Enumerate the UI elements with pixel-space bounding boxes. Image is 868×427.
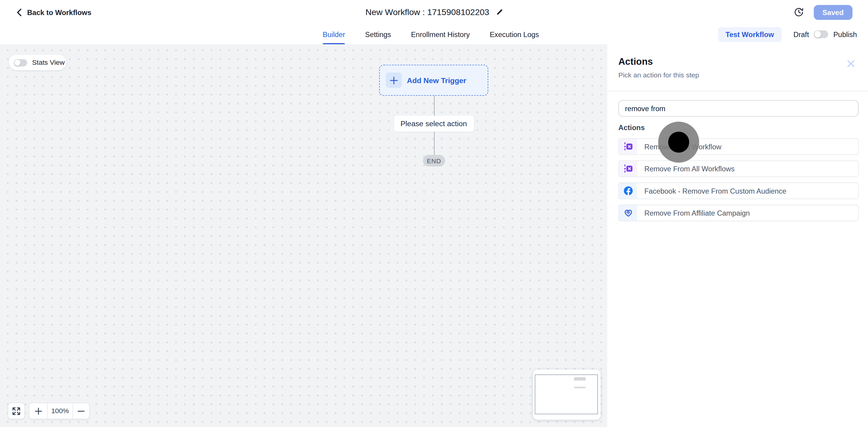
action-item-label: Remove From All Workflows xyxy=(644,161,735,176)
actions-section-label: Actions xyxy=(618,124,645,132)
app-header: Back to Workflows New Workflow : 1715908… xyxy=(0,0,868,25)
save-button[interactable]: Saved xyxy=(813,5,852,20)
actions-panel-header: Actions Pick an action for this step xyxy=(607,44,868,91)
stats-view-toggle[interactable] xyxy=(14,59,27,66)
action-item-label: Remove From Affiliate Campaign xyxy=(644,205,750,221)
publish-toggle-knob xyxy=(814,31,821,38)
action-item-remove-from-workflow[interactable]: Remove From Workflow xyxy=(618,138,859,155)
action-item-facebook-remove-custom-audience[interactable]: Facebook - Remove From Custom Audience xyxy=(618,183,859,199)
fit-to-screen-button[interactable] xyxy=(8,403,25,419)
minimap-viewport xyxy=(535,374,598,414)
test-workflow-button[interactable]: Test Workflow xyxy=(718,27,781,42)
panel-title: Actions xyxy=(618,56,857,67)
tab-execution-logs[interactable]: Execution Logs xyxy=(490,24,539,44)
edit-pencil-icon[interactable] xyxy=(496,9,502,15)
canvas-zoom-controls: 100% xyxy=(8,403,90,419)
tab-builder[interactable]: Builder xyxy=(323,24,345,44)
affiliate-heart-handshake-icon xyxy=(619,205,637,221)
zoom-in-button[interactable] xyxy=(29,403,47,419)
zoom-level-value: 100% xyxy=(47,403,73,419)
minimap-trigger-node xyxy=(574,377,586,381)
version-history-icon[interactable] xyxy=(794,7,804,17)
expand-arrows-icon xyxy=(12,407,21,415)
publish-label: Publish xyxy=(833,30,857,38)
tab-enrollment-history[interactable]: Enrollment History xyxy=(411,24,470,44)
draft-label: Draft xyxy=(793,30,809,38)
close-icon[interactable] xyxy=(847,60,855,67)
stats-view-toggle-pill: Stats View xyxy=(9,55,66,70)
please-select-action-node[interactable]: Please select action xyxy=(394,116,474,132)
action-item-remove-from-all-workflows[interactable]: Remove From All Workflows xyxy=(618,161,859,177)
minimap[interactable] xyxy=(533,369,601,420)
action-search-input[interactable] xyxy=(618,100,859,117)
actions-panel: Actions Pick an action for this step Act… xyxy=(607,44,868,427)
workflow-remove-icon xyxy=(619,161,637,176)
action-list: Remove From Workflow Remove From All Wor… xyxy=(618,138,859,227)
workflow-tabbar: Builder Settings Enrollment History Exec… xyxy=(0,24,868,45)
end-node: END xyxy=(423,155,445,167)
stats-view-label: Stats View xyxy=(32,59,65,67)
workflow-title-group: New Workflow : 1715908102203 xyxy=(365,0,502,24)
add-new-trigger-label: Add New Trigger xyxy=(407,76,466,85)
action-item-label: Remove From Workflow xyxy=(644,139,721,154)
tabbar-right-group: Test Workflow Draft Publish xyxy=(718,24,857,44)
panel-subtitle: Pick an action for this step xyxy=(618,71,857,79)
workflow-canvas[interactable]: Stats View Add New Trigger Please select… xyxy=(0,44,607,427)
zoom-out-button[interactable] xyxy=(73,403,89,419)
stats-view-toggle-knob xyxy=(14,59,21,65)
header-right-group: Saved xyxy=(794,0,852,24)
workflow-remove-icon xyxy=(619,139,637,154)
plus-icon xyxy=(386,73,402,88)
minimap-action-node xyxy=(574,387,586,389)
action-item-label: Facebook - Remove From Custom Audience xyxy=(644,183,786,198)
add-new-trigger-node[interactable]: Add New Trigger xyxy=(379,65,488,96)
back-label: Back to Workflows xyxy=(27,8,91,17)
tab-group: Builder Settings Enrollment History Exec… xyxy=(323,24,539,44)
back-to-workflows-link[interactable]: Back to Workflows xyxy=(17,0,91,24)
tab-settings[interactable]: Settings xyxy=(365,24,391,44)
facebook-icon xyxy=(619,183,637,198)
page-title: New Workflow : 1715908102203 xyxy=(365,7,489,17)
action-item-remove-from-affiliate-campaign[interactable]: Remove From Affiliate Campaign xyxy=(618,205,859,221)
chevron-left-icon xyxy=(17,8,22,17)
zoom-control-group: 100% xyxy=(29,403,90,419)
workflow-builder-app: Back to Workflows New Workflow : 1715908… xyxy=(0,0,868,427)
publish-toggle[interactable] xyxy=(814,30,829,38)
